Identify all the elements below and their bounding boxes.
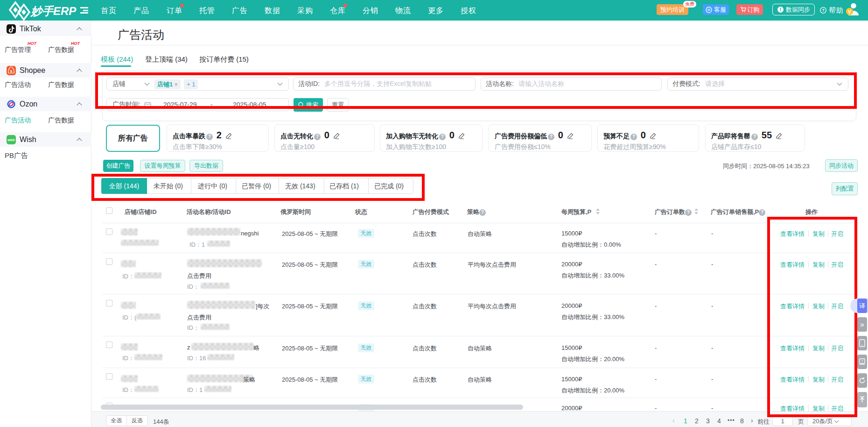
- svg-text:?: ?: [861, 360, 863, 363]
